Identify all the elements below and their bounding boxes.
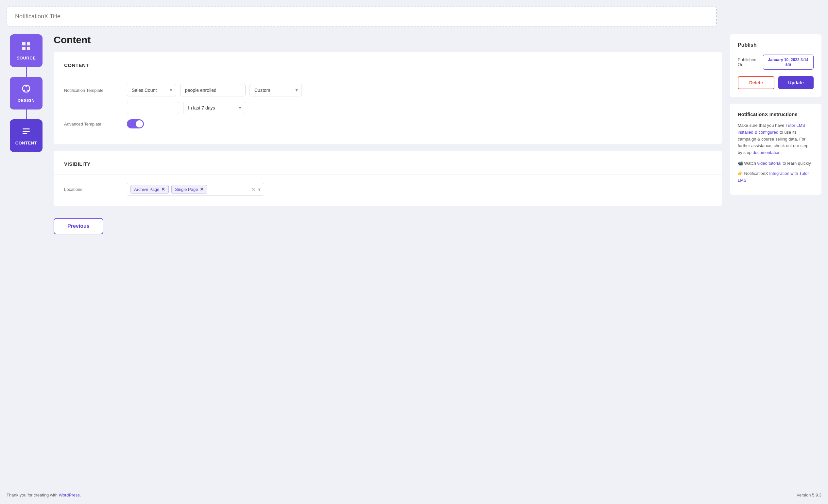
svg-rect-2 <box>22 47 26 50</box>
svg-point-7 <box>24 90 25 92</box>
notification-title-input[interactable] <box>15 13 708 20</box>
tags-clear-icon[interactable]: ✕ <box>251 186 255 192</box>
tags-dropdown-icon[interactable]: ▾ <box>258 186 261 192</box>
integration-link[interactable]: Integration with Tutor LMS <box>738 171 809 183</box>
right-sidebar: Publish Published On : January 10, 2022 … <box>730 34 822 483</box>
video-tutorial-link[interactable]: video tutorial <box>757 161 782 166</box>
notification-template-label: Notification Template <box>64 88 123 93</box>
advanced-template-row: Advanced Template <box>64 119 712 129</box>
locations-row: Locations Archive Page ✕ Single Page ✕ ✕ <box>64 183 712 196</box>
publish-date-row: Published On : January 10, 2022 3:14 am <box>738 55 814 70</box>
template-second-row: In last 7 days In last 30 days All time … <box>127 102 712 114</box>
notification-template-row: Notification Template Sales Count People… <box>64 84 712 96</box>
integration-item: 👉 NotificationX Integration with Tutor L… <box>738 170 814 184</box>
publish-card: Publish Published On : January 10, 2022 … <box>730 34 822 97</box>
pointing-icon: 👉 <box>738 171 743 176</box>
svg-rect-3 <box>27 47 30 50</box>
svg-rect-8 <box>23 129 30 129</box>
published-on-label: Published On : <box>738 57 763 67</box>
video-tutorial-item: 📹 Watch video tutorial to learn quickly <box>738 160 814 167</box>
instructions-text-1: Make sure that you have Tutor LMS instal… <box>738 122 814 156</box>
page-title: Content <box>54 34 722 45</box>
divider-1 <box>54 76 722 76</box>
sidebar-item-content[interactable]: CONTENT <box>10 119 43 152</box>
instructions-card: NotificationX Instructions Make sure tha… <box>730 104 822 195</box>
sales-count-select[interactable]: Sales Count People Enrolled <box>127 84 176 96</box>
publish-date-value: January 10, 2022 3:14 am <box>763 55 814 70</box>
sales-count-wrapper: Sales Count People Enrolled ▼ <box>127 84 176 96</box>
svg-point-6 <box>28 90 29 92</box>
template-controls: Sales Count People Enrolled ▼ Custom Def… <box>127 84 302 96</box>
template-text-input[interactable] <box>127 102 179 114</box>
source-icon <box>21 41 31 54</box>
wordpress-link[interactable]: WordPress <box>59 493 80 498</box>
svg-point-5 <box>26 85 27 87</box>
footer-text: Thank you for creating with <box>6 493 59 498</box>
sidebar-content-label: CONTENT <box>15 141 37 145</box>
tags-actions: ✕ ▾ <box>251 186 261 192</box>
svg-rect-1 <box>27 42 30 45</box>
locations-label: Locations <box>64 187 123 192</box>
time-range-wrapper: In last 7 days In last 30 days All time … <box>183 102 245 114</box>
content-icon <box>21 126 31 139</box>
sidebar-source-label: SOURCE <box>17 55 36 60</box>
single-page-tag-label: Single Page <box>175 187 198 192</box>
advanced-template-toggle[interactable] <box>127 119 144 129</box>
svg-rect-10 <box>23 133 27 134</box>
previous-button[interactable]: Previous <box>54 218 104 234</box>
sidebar-design-label: DESIGN <box>18 98 35 103</box>
sidebar-item-design[interactable]: DESIGN <box>10 77 43 109</box>
custom-wrapper: Custom Default ▼ <box>250 84 302 96</box>
visibility-card: VISIBILITY Locations Archive Page ✕ Sing… <box>54 151 722 206</box>
advanced-template-label: Advanced Template <box>64 122 123 127</box>
single-page-tag: Single Page ✕ <box>171 185 207 193</box>
svg-rect-9 <box>23 131 30 132</box>
divider-2 <box>54 175 722 175</box>
publish-actions: Delete Update <box>738 76 814 89</box>
content-section-title: CONTENT <box>64 62 712 68</box>
left-sidebar: SOURCE DESIGN <box>6 34 46 483</box>
connector-1 <box>26 67 27 77</box>
update-button[interactable]: Update <box>778 76 814 89</box>
content-area: Content CONTENT Notification Template Sa… <box>54 34 722 483</box>
instructions-title: NotificationX Instructions <box>738 111 814 117</box>
design-icon <box>21 83 31 96</box>
archive-page-remove-icon[interactable]: ✕ <box>161 187 165 192</box>
people-enrolled-input[interactable] <box>180 84 246 96</box>
svg-rect-0 <box>22 42 26 45</box>
video-icon: 📹 <box>738 161 743 166</box>
page-footer: Thank you for creating with WordPress. V… <box>6 493 822 498</box>
visibility-section-title: VISIBILITY <box>64 161 712 167</box>
instructions-text1-prefix: Make sure that you have <box>738 123 784 128</box>
toggle-slider <box>127 119 144 129</box>
footer-left: Thank you for creating with WordPress. <box>6 493 81 498</box>
time-range-select[interactable]: In last 7 days In last 30 days All time <box>183 102 245 114</box>
delete-button[interactable]: Delete <box>738 76 774 89</box>
title-bar <box>6 6 717 27</box>
locations-tags-container[interactable]: Archive Page ✕ Single Page ✕ ✕ ▾ <box>127 183 264 196</box>
footer-version: Version 5.9.3 <box>797 493 822 498</box>
sidebar-item-source[interactable]: SOURCE <box>10 34 43 67</box>
documentation-link[interactable]: documentation. <box>753 150 782 155</box>
single-page-remove-icon[interactable]: ✕ <box>200 187 204 192</box>
connector-2 <box>26 109 27 119</box>
content-card: CONTENT Notification Template Sales Coun… <box>54 52 722 144</box>
custom-select[interactable]: Custom Default <box>250 84 302 96</box>
archive-page-tag: Archive Page ✕ <box>130 185 169 193</box>
archive-page-tag-label: Archive Page <box>134 187 159 192</box>
publish-title: Publish <box>738 42 814 48</box>
